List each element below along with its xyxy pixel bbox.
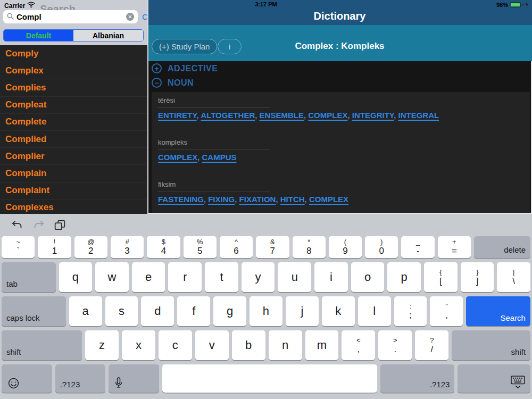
key-a[interactable]: a: [69, 296, 102, 326]
word-list-item[interactable]: Complied: [0, 131, 147, 148]
segment-default[interactable]: Default: [4, 30, 73, 41]
key-shift-char: &: [270, 238, 275, 246]
key-q[interactable]: q: [59, 262, 93, 292]
key--[interactable]: _-: [401, 236, 434, 258]
key-[[interactable]: {[: [424, 262, 458, 292]
related-word-link[interactable]: COMPLEX: [158, 153, 197, 162]
paste-icon[interactable]: [54, 220, 65, 231]
related-word-link[interactable]: COMPLEX: [309, 195, 348, 204]
key-.[interactable]: >.: [378, 330, 412, 360]
key-g[interactable]: g: [213, 296, 246, 326]
key-3[interactable]: #3: [111, 236, 144, 258]
key-][interactable]: }]: [461, 262, 494, 292]
key-shift-char: $: [162, 238, 165, 246]
key-`[interactable]: ~`: [2, 236, 35, 258]
key-y[interactable]: y: [242, 262, 275, 292]
related-word-link[interactable]: HITCH: [280, 195, 305, 204]
word-list-item[interactable]: Complier: [0, 148, 147, 165]
word-list-item[interactable]: Complies: [0, 79, 147, 96]
pos-toggle-noun[interactable]: −NOUN: [147, 76, 531, 90]
key-e[interactable]: e: [132, 262, 165, 292]
dismiss-keyboard-key[interactable]: [458, 364, 530, 393]
key-k[interactable]: k: [322, 296, 355, 326]
key-,[interactable]: <,: [342, 330, 375, 360]
search-field[interactable]: ✕: [3, 10, 138, 23]
key-w[interactable]: w: [95, 262, 129, 292]
definition-divider: [158, 149, 270, 150]
key-1[interactable]: !1: [38, 236, 71, 258]
word-list-item[interactable]: Complain: [0, 165, 147, 182]
numbers-right-key[interactable]: .?123: [380, 364, 455, 393]
key-f[interactable]: f: [177, 296, 210, 326]
key-5[interactable]: %5: [184, 236, 217, 258]
key-0[interactable]: )0: [365, 236, 398, 258]
redo-icon[interactable]: [32, 220, 45, 230]
caps-lock-key[interactable]: caps lock: [2, 296, 66, 326]
key-7[interactable]: &7: [256, 236, 289, 258]
related-word-link[interactable]: ENSEMBLE: [260, 111, 304, 120]
word-list-item[interactable]: Comply: [0, 45, 147, 62]
key-c[interactable]: c: [159, 330, 192, 360]
related-word-link[interactable]: CAMPUS: [202, 153, 237, 162]
key-h[interactable]: h: [250, 296, 282, 326]
pos-toggle-adjective[interactable]: +ADJECTIVE: [147, 61, 531, 76]
related-word-link[interactable]: INTEGRAL: [398, 111, 439, 120]
numbers-left-key[interactable]: .?123: [55, 364, 106, 393]
key-4[interactable]: $4: [147, 236, 180, 258]
word-list-item[interactable]: Complete: [0, 114, 147, 131]
key-d[interactable]: d: [141, 296, 174, 326]
dictation-key[interactable]: [109, 364, 159, 393]
search-icon: [7, 12, 14, 22]
key-9[interactable]: (9: [329, 236, 362, 258]
space-key[interactable]: [162, 364, 377, 393]
cancel-button[interactable]: Cancel: [142, 12, 147, 21]
key-=[interactable]: +=: [438, 236, 471, 258]
key-r[interactable]: r: [168, 262, 202, 292]
segment-albanian[interactable]: Albanian: [73, 30, 143, 41]
key-b[interactable]: b: [232, 330, 265, 360]
key-,[interactable]: ”,: [430, 296, 463, 326]
key-l[interactable]: l: [358, 296, 391, 326]
key-p[interactable]: p: [387, 262, 421, 292]
key-x[interactable]: x: [122, 330, 155, 360]
related-word-link[interactable]: FIXING: [208, 195, 235, 204]
related-word-link[interactable]: FASTENING: [158, 195, 204, 204]
tab-key[interactable]: tab: [2, 262, 56, 292]
key-v[interactable]: v: [195, 330, 229, 360]
key-n[interactable]: n: [269, 330, 302, 360]
related-word-link[interactable]: COMPLEX: [308, 111, 347, 120]
key-label: caps lock: [6, 313, 40, 322]
related-word-link[interactable]: ALTOGETHER: [201, 111, 255, 120]
shift-right-key[interactable]: shift: [452, 330, 530, 360]
key-6[interactable]: ^6: [220, 236, 253, 258]
search-key[interactable]: Search: [466, 296, 530, 326]
key-;[interactable]: :;: [394, 296, 427, 326]
key-2[interactable]: @2: [74, 236, 107, 258]
word-list: ComplyComplexCompliesCompleatCompleteCom…: [0, 45, 147, 214]
key-u[interactable]: u: [278, 262, 311, 292]
undo-icon[interactable]: [11, 220, 23, 230]
word-list-item[interactable]: Compleat: [0, 97, 147, 114]
key-s[interactable]: s: [105, 296, 138, 326]
key-shift-char: |: [513, 269, 514, 276]
shift-left-key[interactable]: shift: [2, 330, 82, 360]
search-input[interactable]: [16, 12, 123, 21]
word-list-item[interactable]: Complexes: [0, 200, 147, 214]
delete-key[interactable]: delete: [474, 236, 530, 258]
clear-search-icon[interactable]: ✕: [126, 13, 134, 21]
emoji-key[interactable]: [2, 364, 52, 393]
related-word-link[interactable]: FIXATION: [239, 195, 276, 204]
related-word-link[interactable]: INTEGRITY: [352, 111, 394, 120]
key-\[interactable]: |\: [497, 262, 530, 292]
key-j[interactable]: j: [286, 296, 319, 326]
key-i[interactable]: i: [314, 262, 348, 292]
key-m[interactable]: m: [305, 330, 339, 360]
word-list-item[interactable]: Complex: [0, 62, 147, 79]
key-z[interactable]: z: [85, 330, 119, 360]
word-list-item[interactable]: Complaint: [0, 182, 147, 200]
key-8[interactable]: *8: [293, 236, 326, 258]
related-word-link[interactable]: ENTIRETY: [158, 111, 197, 120]
key-t[interactable]: t: [205, 262, 238, 292]
key-/[interactable]: ?/: [415, 330, 448, 360]
key-o[interactable]: o: [351, 262, 385, 292]
